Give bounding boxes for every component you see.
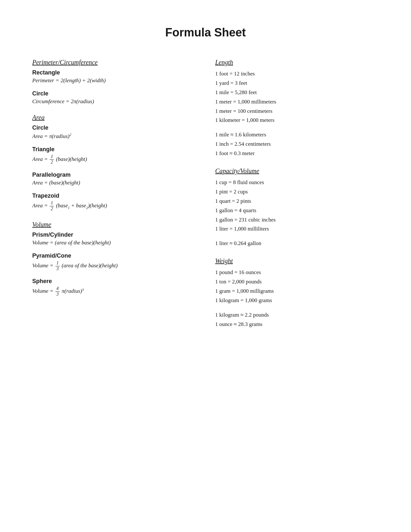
circle-area-formula: Area = π(radius)2: [32, 133, 196, 140]
parallelogram-label: Parallelogram: [32, 172, 196, 178]
circle-circumference-formula: Circumference = 2π(radius): [32, 98, 196, 105]
rectangle-block: Rectangle Perimeter = 2(length) + 2(widt…: [32, 69, 196, 84]
trapezoid-fraction: 1 2: [50, 201, 54, 212]
rectangle-formula: Perimeter = 2(length) + 2(width): [32, 77, 196, 84]
weight-item-3: 1 kilogram = 1,000 grams: [215, 296, 379, 305]
parallelogram-formula: Area = (base)(height): [32, 180, 196, 186]
weight-title: Weight: [215, 257, 379, 265]
right-column: Length 1 foot = 12 inches 1 yard = 3 fee…: [215, 59, 379, 338]
length-approx-group: 1 mile ≈ 1.6 kilometers 1 inch = 2.54 ce…: [215, 130, 379, 158]
circle-area-block: Circle Area = π(radius)2: [32, 124, 196, 140]
triangle-label: Triangle: [32, 146, 196, 153]
capacity-exact-group: 1 cup = 8 fluid ounces 1 pint = 2 cups 1…: [215, 178, 379, 234]
circle-perimeter-label: Circle: [32, 90, 196, 97]
pyramid-block: Pyramid/Cone Volume = 1 3 (area of the b…: [32, 252, 196, 272]
length-item-1: 1 yard = 3 feet: [215, 79, 379, 88]
pyramid-formula: Volume = 1 3 (area of the base)(height): [32, 261, 196, 272]
circle-area-label: Circle: [32, 124, 196, 131]
weight-item-2: 1 gram = 1,000 milligrams: [215, 287, 379, 296]
weight-exact-group: 1 pound = 16 ounces 1 ton = 2,000 pounds…: [215, 268, 379, 305]
sphere-label: Sphere: [32, 278, 196, 285]
sphere-fraction: 4 3: [55, 286, 60, 297]
triangle-block: Triangle Area = 1 2 (base)(height): [32, 146, 196, 165]
rectangle-label: Rectangle: [32, 69, 196, 76]
circle-perimeter-block: Circle Circumference = 2π(radius): [32, 90, 196, 105]
weight-item-0: 1 pound = 16 ounces: [215, 268, 379, 277]
capacity-item-5: 1 liter = 1,000 milliliters: [215, 224, 379, 234]
length-item-5: 1 kilometer = 1,000 meters: [215, 116, 379, 125]
trapezoid-block: Trapezoid Area = 1 2 (base1 + base2)(hei…: [32, 192, 196, 212]
weight-approx-1: 1 ounce ≈ 28.3 grams: [215, 320, 379, 329]
length-item-2: 1 mile = 5,280 feet: [215, 88, 379, 97]
length-item-4: 1 meter = 100 centimeters: [215, 107, 379, 116]
length-title: Length: [215, 59, 379, 66]
area-title: Area: [32, 114, 196, 121]
page-title: Formula Sheet: [32, 26, 379, 39]
length-section: Length 1 foot = 12 inches 1 yard = 3 fee…: [215, 59, 379, 158]
capacity-approx-group: 1 liter ≈ 0.264 gallon: [215, 239, 379, 248]
length-approx-2: 1 foot ≈ 0.3 meter: [215, 149, 379, 158]
area-section: Area Circle Area = π(radius)2 Triangle A…: [32, 114, 196, 212]
pyramid-label: Pyramid/Cone: [32, 252, 196, 259]
weight-section: Weight 1 pound = 16 ounces 1 ton = 2,000…: [215, 257, 379, 329]
capacity-item-3: 1 gallon = 4 quarts: [215, 206, 379, 215]
capacity-item-1: 1 pint = 2 cups: [215, 187, 379, 197]
content-wrapper: Perimeter/Circumference Rectangle Perime…: [32, 59, 379, 338]
capacity-item-2: 1 quart = 2 pints: [215, 197, 379, 206]
prism-formula: Volume = (area of the base)(height): [32, 240, 196, 246]
capacity-approx-0: 1 liter ≈ 0.264 gallon: [215, 239, 379, 248]
volume-title: Volume: [32, 221, 196, 228]
triangle-formula: Area = 1 2 (base)(height): [32, 154, 196, 165]
trapezoid-label: Trapezoid: [32, 192, 196, 199]
pyramid-fraction: 1 3: [55, 261, 60, 272]
sphere-formula: Volume = 4 3 π(radius)3: [32, 286, 196, 297]
weight-item-1: 1 ton = 2,000 pounds: [215, 277, 379, 287]
prism-label: Prism/Cylinder: [32, 232, 196, 238]
length-approx-0: 1 mile ≈ 1.6 kilometers: [215, 130, 379, 140]
weight-approx-0: 1 kilogram ≈ 2.2 pounds: [215, 310, 379, 320]
trapezoid-formula: Area = 1 2 (base1 + base2)(height): [32, 201, 196, 212]
capacity-item-4: 1 gallon = 231 cubic inches: [215, 215, 379, 225]
parallelogram-block: Parallelogram Area = (base)(height): [32, 172, 196, 186]
perimeter-title: Perimeter/Circumference: [32, 59, 196, 66]
left-column: Perimeter/Circumference Rectangle Perime…: [32, 59, 196, 306]
perimeter-section: Perimeter/Circumference Rectangle Perime…: [32, 59, 196, 105]
volume-section: Volume Prism/Cylinder Volume = (area of …: [32, 221, 196, 297]
length-approx-1: 1 inch = 2.54 centimeters: [215, 140, 379, 149]
prism-block: Prism/Cylinder Volume = (area of the bas…: [32, 232, 196, 246]
weight-approx-group: 1 kilogram ≈ 2.2 pounds 1 ounce ≈ 28.3 g…: [215, 310, 379, 329]
capacity-title: Capacity/Volume: [215, 167, 379, 175]
capacity-item-0: 1 cup = 8 fluid ounces: [215, 178, 379, 187]
capacity-section: Capacity/Volume 1 cup = 8 fluid ounces 1…: [215, 167, 379, 248]
length-item-0: 1 foot = 12 inches: [215, 69, 379, 79]
rectangle-formula-text: Perimeter = 2(length) + 2(width): [32, 77, 106, 84]
sphere-block: Sphere Volume = 4 3 π(radius)3: [32, 278, 196, 297]
triangle-fraction: 1 2: [50, 154, 54, 165]
length-item-3: 1 meter = 1,000 millimeters: [215, 97, 379, 107]
length-exact-group: 1 foot = 12 inches 1 yard = 3 feet 1 mil…: [215, 69, 379, 125]
